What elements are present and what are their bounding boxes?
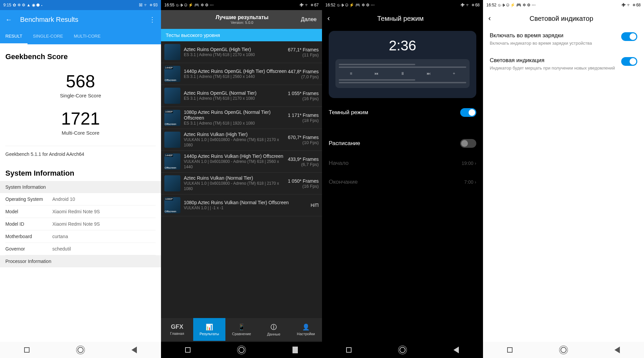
tab-icon: 📊 — [206, 323, 213, 331]
nav-recents-icon[interactable] — [24, 347, 30, 353]
phone-light-indicator: 16:52⦸ ⬗ ◎ ⚡ 🎮 ✲ ⚙ ⋯ ✈ ᯤ ⭘68 ‹ Световой … — [483, 0, 644, 358]
end-label: Окончание — [329, 179, 358, 185]
result-item[interactable]: 1080POffscreen 1080p Aztec Ruins OpenGL … — [161, 107, 322, 129]
end-time-row: Окончание 7:00› — [322, 173, 483, 191]
version-text: Version: 5.0.0 — [216, 20, 269, 25]
tab-multi-core[interactable]: MULTI-CORE — [68, 29, 106, 44]
phone-gfxbench: 16:55⦸ ⬗ ◎ ⚡ 🎮 ✲ ⚙ ⋯ ✈ ᯤ ⭘67 Лучшие резу… — [161, 0, 322, 358]
schedule-row[interactable]: Расписание — [322, 133, 483, 154]
item-sub: VULKAN 1.0 | 0x6010800 - Adreno (TM) 618… — [184, 181, 288, 191]
status-bar: 16:55⦸ ⬗ ◎ ⚡ 🎮 ✲ ⚙ ⋯ ✈ ᯤ ⭘67 — [161, 0, 322, 10]
item-fps: (10 Fps) — [288, 140, 319, 145]
menu-icon[interactable]: ⋮ — [149, 15, 156, 24]
status-icons: ⦸ ⬗ ◎ ⚡ 🎮 ✲ ⚙ ⋯ — [498, 3, 536, 7]
nav-recents-icon[interactable] — [185, 347, 191, 353]
item-title: Aztec Ruins Vulkan (High Tier) — [184, 132, 288, 137]
result-item[interactable]: 1440POffscreen 1440p Aztec Ruins OpenGL … — [161, 63, 322, 85]
result-item[interactable]: Aztec Ruins Vulkan (High Tier) VULKAN 1.… — [161, 129, 322, 151]
item-title: 1440p Aztec Ruins OpenGL (High Tier) Off… — [184, 69, 288, 74]
back-icon[interactable]: ‹ — [327, 14, 330, 23]
nav-back-icon[interactable] — [614, 347, 620, 353]
nav-home-icon[interactable] — [77, 347, 84, 353]
result-item[interactable]: 1080POffscreen 1080p Aztec Ruins Vulkan … — [161, 194, 322, 216]
navbar — [161, 342, 322, 358]
back-icon[interactable]: ← — [5, 16, 12, 24]
tab-result[interactable]: RESULT — [0, 29, 28, 44]
item-fps: (6,7 Fps) — [288, 162, 319, 167]
info-row: ModelXiaomi Redmi Note 9S — [5, 206, 156, 218]
bottom-tab[interactable]: ⓘДанные — [258, 318, 290, 341]
result-item[interactable]: 1440POffscreen 1440p Aztec Ruins Vulkan … — [161, 151, 322, 173]
result-item[interactable]: Aztec Ruins OpenGL (Normal Tier) ES 3.1 … — [161, 85, 322, 107]
pause-icon: ⏸ — [400, 71, 405, 76]
item-title: 1080p Aztec Ruins OpenGL (Normal Tier) O… — [184, 109, 288, 121]
chevron-right-icon: › — [475, 179, 476, 185]
light-indication-row[interactable]: Световая индикация Индикатор будет мерца… — [483, 52, 644, 77]
results-list[interactable]: Aztec Ruins OpenGL (High Tier) ES 3.1 | … — [161, 41, 322, 318]
item-sub: ES 3.1 | Adreno (TM) 618 | 2170 x 1080 — [184, 52, 288, 58]
item-sub: VULKAN 1.0 | | -1 x -1 — [184, 206, 311, 211]
plus-icon: + — [453, 71, 455, 76]
status-time: 16:52 — [325, 3, 335, 7]
tab-label: Настройки — [297, 332, 315, 336]
nav-home-icon[interactable] — [399, 347, 406, 353]
procinfo-header: Processor Information — [0, 255, 161, 267]
item-title: Aztec Ruins OpenGL (High Tier) — [184, 47, 288, 52]
prev-icon: ⏮ — [374, 71, 378, 76]
dark-mode-row[interactable]: Темный режим — [322, 102, 483, 123]
schedule-toggle[interactable] — [460, 139, 476, 148]
item-title: 1440p Aztec Ruins Vulkan (High Tier) Off… — [184, 153, 288, 159]
nav-recents-icon[interactable] — [507, 347, 513, 353]
bottom-tab[interactable]: GFXГлавная — [161, 318, 193, 341]
version-text: Geekbench 5.1.1 for Android AArch64 — [5, 146, 156, 162]
status-icons: ✿ ✲ ⚙ ▲ ◉ ⬢ ⬩ — [13, 3, 43, 7]
start-time-row: Начало 19:00› — [322, 154, 483, 173]
dark-mode-toggle[interactable] — [460, 108, 476, 117]
nav-home-icon[interactable] — [560, 347, 567, 353]
item-frames: 1 171* Frames — [288, 113, 319, 118]
next-icon: ⏭ — [427, 71, 431, 76]
back-icon[interactable]: ‹ — [488, 14, 491, 23]
nav-back-icon[interactable] — [131, 347, 137, 353]
next-button[interactable]: Далее — [301, 16, 317, 23]
status-time: 16:55 — [164, 3, 174, 7]
tab-single-core[interactable]: SINGLE-CORE — [28, 29, 68, 44]
info-label: Model — [5, 209, 52, 214]
nav-back-icon[interactable] — [453, 347, 459, 353]
tab-icon: 📱 — [238, 323, 245, 331]
info-value: Xiaomi Redmi Note 9S — [52, 221, 100, 227]
info-value: Android 10 — [52, 196, 75, 202]
content: Geekbench Score 568 Single-Core Score 17… — [0, 44, 161, 341]
thumbnail — [164, 132, 180, 148]
result-item[interactable]: Aztec Ruins Vulkan (Normal Tier) VULKAN … — [161, 173, 322, 194]
info-row: Model IDXiaomi Redmi Note 9S — [5, 218, 156, 230]
tab-label: Главная — [170, 331, 184, 335]
phone-dark-mode: 16:52⦸ ⬗ ◎ ⚡ 🎮 ✲ ⚙ ⋯ ✈ ᯤ ⭘68 ‹ Темный ре… — [322, 0, 483, 358]
preview-time: 2:36 — [389, 38, 416, 54]
charging-indicator-toggle[interactable] — [621, 32, 637, 41]
light-indication-toggle[interactable] — [621, 57, 637, 66]
nav-recents-icon[interactable] — [346, 347, 352, 353]
bottom-tab[interactable]: 📊Результаты — [193, 318, 225, 341]
bottom-tab[interactable]: 📱Сравнение — [225, 318, 258, 341]
bottom-tab[interactable]: 👤Настройки — [290, 318, 322, 341]
status-icons-right: ✈ ᯤ ⭘68 — [622, 3, 641, 7]
status-icons-right: ✈ ᯤ ⭘67 — [300, 3, 319, 7]
nav-home-icon[interactable] — [238, 347, 245, 353]
sysinfo-header: System Information — [0, 181, 161, 193]
tab-label: Сравнение — [232, 332, 251, 336]
tab-icon: 👤 — [302, 323, 310, 331]
start-label: Начало — [329, 160, 348, 167]
preview-card: ≡ ⏮ ⏸ ⏭ + — [335, 59, 470, 88]
nav-back-icon[interactable] — [292, 347, 298, 353]
result-item[interactable]: Aztec Ruins OpenGL (High Tier) ES 3.1 | … — [161, 41, 322, 63]
info-row: Operating SystemAndroid 10 — [5, 193, 156, 206]
app-header: ‹ Темный режим — [322, 10, 483, 27]
info-label: Motherboard — [5, 234, 52, 239]
status-bar: 16:52⦸ ⬗ ◎ ⚡ 🎮 ✲ ⚙ ⋯ ✈ ᯤ ⭘68 — [322, 0, 483, 10]
status-icons: ⦸ ⬗ ◎ ⚡ 🎮 ✲ ⚙ ⋯ — [176, 3, 214, 7]
item-fps: (16 Fps) — [288, 96, 319, 101]
thumbnail: 1440POffscreen — [164, 66, 180, 82]
charging-indicator-row[interactable]: Включать во время зарядки Включать индик… — [483, 27, 644, 52]
section-header: Тесты высокого уровня — [161, 29, 322, 41]
